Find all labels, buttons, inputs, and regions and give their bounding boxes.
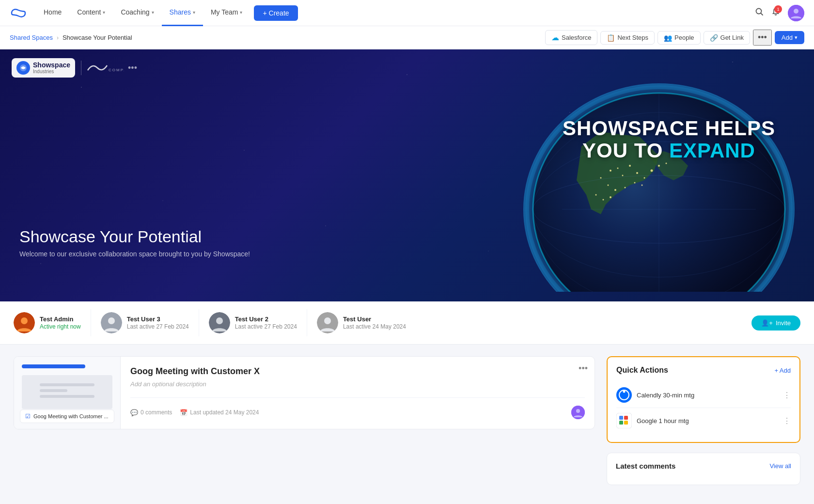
svg-text:COMPANY: COMPANY (109, 68, 124, 72)
invite-button[interactable]: 👤+ Invite (751, 315, 800, 331)
meeting-detail: ••• Goog Meeting with Customer X Add an … (121, 357, 595, 429)
calendar-icon: 📅 (180, 409, 188, 416)
breadcrumb-bar: Shared Spaces › Showcase Your Potential … (0, 26, 814, 49)
quick-action-item[interactable]: Calendly 30-min mtg ⋮ (616, 382, 791, 408)
qa-item-label: Calendly 30-min mtg (637, 392, 778, 399)
hero-tagline-line1: SHOWSPACE HELPS (563, 117, 775, 140)
user-card[interactable]: Test Admin Active right now (14, 309, 91, 336)
meeting-comments: 💬 0 comments (130, 409, 172, 416)
chevron-down-icon: ▾ (240, 10, 242, 15)
svg-rect-47 (619, 416, 623, 420)
link-icon: 🔗 (710, 34, 718, 42)
svg-point-28 (595, 194, 597, 196)
hero-more-dots[interactable]: ••• (128, 63, 137, 73)
nav-home[interactable]: Home (36, 0, 69, 26)
thumb-block (22, 375, 112, 409)
content-left: ☑ Goog Meeting with Customer ... ••• Goo… (14, 356, 595, 439)
user-avatar-0 (14, 312, 35, 333)
next-steps-button[interactable]: 📋 Next Steps (600, 31, 655, 45)
user-card[interactable]: Test User 3 Last active 27 Feb 2024 (101, 309, 199, 336)
view-all-link[interactable]: View all (769, 462, 791, 470)
hero-tagline-line2: YOU TO EXPAND (563, 140, 775, 162)
chevron-down-icon: ▾ (795, 34, 798, 41)
add-button[interactable]: Add ▾ (775, 31, 804, 44)
svg-rect-46 (616, 413, 632, 428)
nav-my-team[interactable]: My Team ▾ (203, 0, 250, 26)
hero-tagline: SHOWSPACE HELPS YOU TO EXPAND (563, 117, 775, 162)
meeting-description: Add an optional description (130, 380, 585, 388)
main-content: ☑ Goog Meeting with Customer ... ••• Goo… (0, 345, 814, 497)
svg-point-25 (625, 187, 626, 189)
meeting-thumb-label: ☑ Goog Meeting with Customer ... (20, 410, 114, 423)
checklist-icon: 📋 (607, 34, 615, 42)
breadcrumb: Shared Spaces › Showcase Your Potential (10, 34, 132, 41)
meeting-thumbnail[interactable]: ☑ Goog Meeting with Customer ... (14, 357, 121, 429)
svg-point-14 (617, 168, 619, 169)
hero-title-area: Showcase Your Potential Welcome to our e… (19, 227, 250, 258)
svg-point-30 (610, 196, 611, 198)
search-button[interactable] (755, 7, 764, 18)
user-status: Last active 27 Feb 2024 (235, 323, 297, 330)
qa-item-more-button[interactable]: ⋮ (783, 391, 791, 400)
svg-point-38 (216, 317, 223, 324)
latest-comments-title: Latest comments (616, 462, 675, 470)
svg-point-15 (622, 175, 624, 176)
create-button[interactable]: + Create (254, 5, 297, 21)
hero-logo-area: Showspace Industries COMPANY ••• (12, 58, 137, 78)
qa-item-label: Google 1 hour mtg (637, 417, 778, 425)
more-options-button[interactable]: ••• (753, 30, 772, 46)
document-icon: ☑ (25, 413, 31, 420)
nav-content[interactable]: Content ▾ (69, 0, 113, 26)
hero-banner: Showspace Industries COMPANY ••• (0, 49, 814, 301)
svg-point-18 (644, 177, 645, 179)
nav-shares[interactable]: Shares ▾ (162, 0, 203, 26)
meeting-updated: 📅 Last updated 24 May 2024 (180, 409, 259, 416)
avatar-image (788, 5, 804, 21)
svg-point-42 (576, 409, 580, 413)
user-name: Test Admin (40, 315, 81, 323)
hero-tagline-accent: EXPAND (669, 139, 755, 162)
notification-badge: 1 (774, 5, 782, 13)
search-icon (755, 7, 764, 16)
user-card[interactable]: Test User 2 Last active 27 Feb 2024 (209, 309, 307, 336)
svg-point-17 (636, 172, 638, 174)
quick-action-item[interactable]: Google 1 hour mtg ⋮ (616, 408, 791, 433)
people-button[interactable]: 👥 People (657, 31, 700, 45)
quick-actions-add-button[interactable]: + Add (774, 367, 791, 374)
hero-company-logo-box[interactable]: Showspace Industries (12, 58, 75, 78)
svg-point-3 (794, 9, 798, 14)
nav-coaching[interactable]: Coaching ▾ (113, 0, 161, 26)
svg-point-43 (616, 387, 632, 403)
salesforce-button[interactable]: ☁ Salesforce (545, 30, 597, 45)
app-logo[interactable] (10, 7, 27, 19)
thumb-line (40, 395, 94, 398)
svg-point-22 (600, 177, 602, 179)
user-status: Last active 24 May 2024 (343, 323, 406, 330)
user-avatar-3 (317, 312, 338, 333)
breadcrumb-parent-link[interactable]: Shared Spaces (10, 34, 53, 41)
meeting-more-button[interactable]: ••• (579, 363, 588, 374)
company-subtitle: Industries (33, 69, 70, 74)
user-avatar[interactable] (788, 5, 804, 21)
partner-logo: COMPANY (85, 61, 124, 75)
content-right: Quick Actions + Add Calendly 30-min mtg … (607, 356, 800, 485)
salesforce-icon: ☁ (551, 33, 559, 42)
user-name: Test User 2 (235, 315, 297, 323)
meeting-title: Goog Meeting with Customer X (130, 366, 585, 377)
svg-point-23 (608, 185, 609, 186)
chevron-down-icon: ▾ (103, 10, 105, 15)
qa-item-icon-0 (616, 387, 632, 403)
svg-point-45 (623, 391, 626, 393)
notifications-button[interactable]: 1 (771, 7, 780, 18)
people-icon: 👥 (664, 34, 672, 42)
user-avatar-2 (209, 312, 230, 333)
get-link-button[interactable]: 🔗 Get Link (704, 31, 750, 45)
svg-line-1 (761, 13, 763, 15)
svg-point-24 (614, 189, 616, 191)
latest-comments-header: Latest comments View all (616, 462, 791, 470)
svg-point-16 (629, 165, 631, 167)
qa-item-more-button[interactable]: ⋮ (783, 416, 791, 425)
svg-point-26 (634, 182, 636, 184)
meeting-footer: 💬 0 comments 📅 Last updated 24 May 2024 (130, 397, 585, 419)
user-card[interactable]: Test User Last active 24 May 2024 (317, 309, 416, 336)
